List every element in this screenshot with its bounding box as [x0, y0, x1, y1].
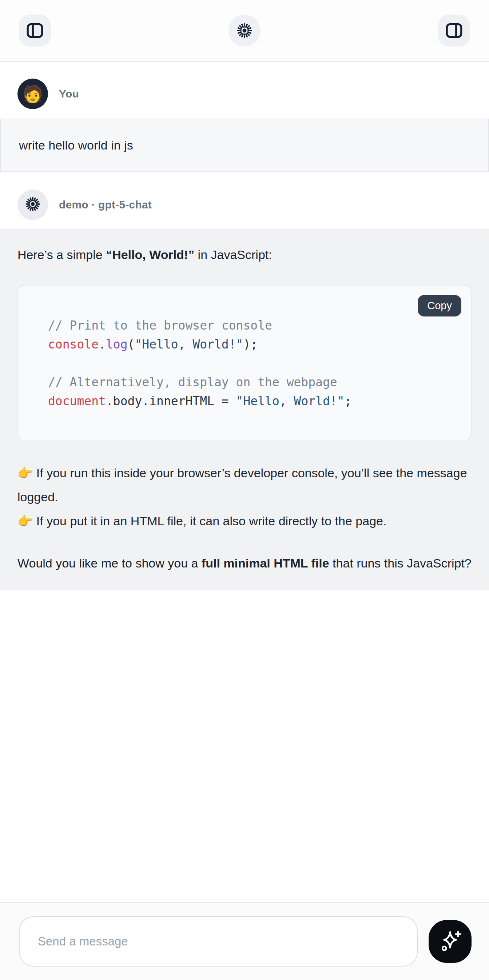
message-input[interactable] [19, 916, 418, 967]
code-line: document.body.innerHTML = "Hello, World!… [48, 392, 456, 411]
right-panel-toggle-button[interactable] [438, 14, 470, 46]
send-button[interactable] [428, 920, 471, 963]
user-author-label: You [59, 88, 79, 100]
person-emoji: 🧑 [22, 86, 43, 102]
assistant-author-label: demo · gpt-5-chat [59, 199, 152, 211]
model-logo-button[interactable] [228, 14, 261, 46]
composer-bar [0, 902, 489, 980]
user-message-text: write hello world in js [19, 138, 470, 153]
user-message-header: 🧑 You [0, 62, 489, 119]
sunburst-icon [24, 196, 41, 214]
sidebar-toggle-button[interactable] [19, 14, 51, 46]
top-bar [0, 0, 489, 62]
assistant-message-header: demo · gpt-5-chat [0, 172, 489, 229]
assistant-tip-2: 👉 If you put it in an HTML file, it can … [18, 509, 471, 533]
assistant-tip-1: 👉 If you run this inside your browser’s … [18, 461, 471, 509]
chat-thread: 🧑 You write hello world in js [0, 62, 489, 590]
chat-app: 🧑 You write hello world in js [0, 0, 489, 980]
code-line-blank [48, 354, 456, 373]
code-content: // Print to the browser console console.… [18, 286, 471, 441]
code-line: // Print to the browser console [48, 316, 456, 335]
user-avatar: 🧑 [18, 79, 48, 109]
sunburst-icon [236, 22, 253, 39]
user-message: write hello world in js [0, 119, 489, 172]
panel-left-icon [26, 21, 44, 40]
panel-right-icon [445, 21, 463, 40]
code-line: console.log("Hello, World!"); [48, 335, 456, 354]
code-block: Copy // Print to the browser console con… [18, 285, 471, 441]
sparkle-icon [438, 929, 462, 954]
assistant-question: Would you like me to show you a full min… [18, 551, 471, 575]
assistant-intro-text: Here’s a simple “Hello, World!” in JavaS… [18, 245, 471, 264]
assistant-avatar [18, 189, 48, 220]
code-line: // Alternatively, display on the webpage [48, 373, 456, 392]
assistant-message: Here’s a simple “Hello, World!” in JavaS… [0, 229, 489, 590]
copy-button[interactable]: Copy [418, 295, 461, 317]
